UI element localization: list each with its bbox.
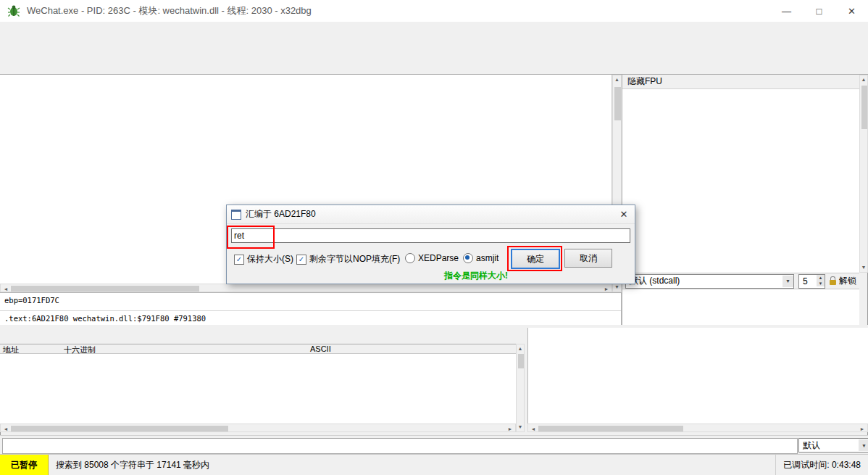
lock-icon (830, 280, 836, 285)
radio-on-icon (463, 253, 473, 263)
registers-pane: 隐藏FPU 默认 (stdcall) ▼ 5 ▲▼ 解锁 (622, 75, 859, 325)
keep-size-checkbox[interactable]: ✓ 保持大小(S) (234, 253, 293, 265)
ok-button[interactable]: 确定 (511, 249, 560, 269)
menu-bar (0, 22, 868, 38)
memdump-hscrollbar[interactable]: ◄► (0, 424, 516, 432)
debug-state-badge: 已暂停 (0, 455, 49, 475)
unlock-toggle[interactable]: 解锁 (830, 275, 856, 287)
disasm-hscrollbar[interactable]: ◄► (0, 284, 612, 292)
assemble-input[interactable] (231, 228, 630, 243)
info-pane: ebp=0171FD7C .text:6AD21F80 wechatwin.dl… (0, 292, 622, 325)
calling-convention-bar: 默认 (stdcall) ▼ 5 ▲▼ 解锁 (622, 273, 859, 289)
command-input[interactable] (2, 438, 798, 454)
asmjit-radio[interactable]: asmjit (463, 253, 498, 263)
dialog-icon (231, 210, 241, 220)
registers-vscrollbar[interactable]: ▲▼ (859, 75, 868, 273)
info-line-ebp: ebp=0171FD7C (4, 296, 59, 305)
command-bar: 默认 ▼ (0, 435, 868, 455)
close-icon[interactable]: ✕ (613, 205, 635, 223)
view-tabs (0, 57, 868, 75)
checkbox-checked-icon: ✓ (296, 255, 306, 265)
registers-list[interactable] (622, 89, 859, 260)
stack-hscrollbar[interactable]: ◄► (527, 424, 868, 432)
x32dbg-window: { "window": { "title": "WeChat.exe - PID… (0, 0, 868, 475)
chevron-down-icon[interactable]: ▼ (783, 276, 793, 287)
dump-tabs (0, 328, 525, 344)
calling-convention-select[interactable]: 默认 (stdcall) ▼ (625, 274, 794, 289)
assemble-dialog-titlebar[interactable]: 汇编于 6AD21F80 ✕ (227, 205, 635, 224)
fill-nop-checkbox[interactable]: ✓ 剩余字节以NOP填充(F) (296, 253, 400, 265)
status-message: 搜索到 85008 个字符串于 17141 毫秒内 (56, 459, 209, 471)
debug-time: 已调试时间: 0:43:48 (775, 455, 861, 475)
stack-view[interactable] (527, 328, 868, 424)
memdump-vscrollbar[interactable]: ▲▼ (516, 344, 525, 432)
assemble-status-text: 指令是同样大小! (444, 270, 508, 282)
checkbox-checked-icon: ✓ (234, 255, 244, 265)
chevron-down-icon[interactable]: ▼ (859, 439, 868, 451)
memory-dump-view[interactable] (0, 354, 516, 426)
assemble-dialog: 汇编于 6AD21F80 ✕ ✓ 保持大小(S) ✓ 剩余字节以NOP填充(F)… (226, 205, 635, 284)
memdump-header: 地址 十六进制 ASCII (0, 344, 525, 354)
title-bar: WeChat.exe - PID: 263C - 模块: wechatwin.d… (0, 0, 868, 22)
stepper-arrows-icon[interactable]: ▲▼ (817, 275, 825, 286)
command-mode-select[interactable]: 默认 ▼ (798, 438, 868, 453)
call-arguments-pane (622, 289, 859, 325)
hide-fpu-button[interactable]: 隐藏FPU (622, 75, 859, 89)
args-count-stepper[interactable]: 5 ▲▼ (798, 274, 825, 289)
cancel-button[interactable]: 取消 (564, 249, 612, 268)
x32dbg-bug-icon (7, 4, 20, 17)
info-line-module: .text:6AD21F80 wechatwin.dll:$791F80 #79… (4, 314, 206, 323)
window-title: WeChat.exe - PID: 263C - 模块: wechatwin.d… (27, 4, 312, 17)
status-bar: 已暂停 搜索到 85008 个字符串于 17141 毫秒内 已调试时间: 0:4… (0, 454, 868, 475)
minimize-icon[interactable]: — (770, 0, 803, 22)
xedparse-radio[interactable]: XEDParse (405, 253, 459, 263)
radio-off-icon (405, 253, 415, 263)
close-icon[interactable]: ✕ (835, 0, 868, 22)
memdump-col-ascii[interactable]: ASCII (310, 344, 331, 353)
assemble-dialog-title: 汇编于 6AD21F80 (246, 208, 316, 220)
toolbar (0, 38, 868, 57)
maximize-icon[interactable]: □ (803, 0, 835, 22)
